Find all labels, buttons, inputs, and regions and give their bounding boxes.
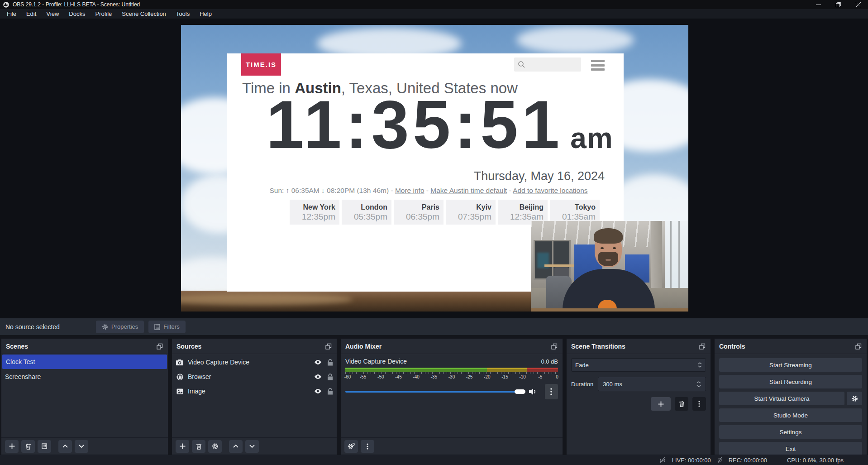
program-canvas[interactable]: TIME.IS Time in Austin, Texas, United St… — [181, 25, 688, 312]
duration-input[interactable]: 300 ms — [598, 377, 706, 391]
meter-tick-label: -55 — [360, 374, 366, 379]
unlock-icon[interactable] — [327, 359, 333, 366]
menu-item-profile[interactable]: Profile — [90, 9, 117, 19]
move-source-up-button[interactable] — [229, 440, 243, 453]
unlock-icon[interactable] — [327, 388, 333, 395]
remove-scene-button[interactable] — [21, 440, 35, 453]
popout-icon[interactable] — [699, 343, 706, 350]
webcam-video — [531, 221, 688, 312]
add-transition-button[interactable] — [651, 397, 671, 411]
eye-icon[interactable] — [314, 374, 322, 379]
spinner-arrows-icon[interactable] — [696, 381, 701, 387]
scenes-toolbar — [1, 437, 168, 455]
scenes-dock-header[interactable]: Scenes — [1, 339, 168, 354]
source-item-video-capture[interactable]: Video Capture Device — [172, 355, 337, 369]
scene-transitions-dock: Scene Transitions Fade Duration 300 ms — [566, 338, 711, 455]
move-source-down-button[interactable] — [245, 440, 259, 453]
popout-icon[interactable] — [325, 343, 332, 350]
add-scene-button[interactable] — [5, 440, 19, 453]
settings-button[interactable]: Settings — [719, 425, 862, 439]
volume-meter — [345, 368, 558, 372]
menu-item-edit[interactable]: Edit — [21, 9, 41, 19]
volume-slider-handle[interactable] — [515, 389, 525, 394]
source-properties-button[interactable] — [208, 440, 222, 453]
meter-tick-label: -30 — [448, 374, 455, 379]
move-scene-down-button[interactable] — [75, 440, 88, 453]
audio-mixer-dock-header[interactable]: Audio Mixer — [341, 339, 563, 354]
duration-label: Duration — [571, 381, 593, 388]
camera-icon — [176, 360, 184, 365]
properties-button[interactable]: Properties — [96, 321, 144, 333]
scene-item-clock-test[interactable]: Clock Test — [2, 355, 167, 369]
transition-select[interactable]: Fade — [571, 358, 706, 372]
sources-dock: Sources Video Capture Device Browser — [172, 338, 337, 455]
move-scene-up-button[interactable] — [58, 440, 72, 453]
mixer-menu-button[interactable] — [361, 440, 374, 453]
meter-tick-label: 0 — [556, 374, 558, 379]
transition-menu-button[interactable] — [692, 397, 706, 411]
start-recording-button[interactable]: Start Recording — [719, 375, 862, 388]
preview-area: TIME.IS Time in Austin, Texas, United St… — [0, 19, 868, 318]
popout-icon[interactable] — [156, 343, 163, 350]
remove-transition-button[interactable] — [675, 397, 688, 411]
source-item-image[interactable]: Image — [172, 384, 337, 398]
search-icon — [518, 61, 525, 68]
sources-dock-header[interactable]: Sources — [172, 339, 337, 354]
eye-icon[interactable] — [314, 388, 322, 394]
close-button[interactable] — [848, 0, 868, 9]
restore-button[interactable] — [828, 0, 848, 9]
exit-button[interactable]: Exit — [719, 442, 862, 455]
source-item-browser[interactable]: Browser — [172, 369, 337, 384]
mixer-channel-name: Video Capture Device — [345, 358, 407, 365]
selection-status: No source selected — [5, 323, 96, 331]
rec-time: REC: 00:00:00 — [729, 457, 767, 464]
start-streaming-button[interactable]: Start Streaming — [719, 358, 862, 372]
clock-ampm: am — [570, 121, 613, 155]
virtual-camera-config-button[interactable] — [847, 392, 862, 405]
live-time: LIVE: 00:00:00 — [672, 457, 711, 464]
advanced-audio-button[interactable] — [344, 440, 358, 453]
menu-item-tools[interactable]: Tools — [171, 9, 195, 19]
transitions-dock-header[interactable]: Scene Transitions — [567, 339, 711, 354]
scene-filters-button[interactable] — [38, 440, 51, 453]
menu-item-help[interactable]: Help — [195, 9, 217, 19]
studio-mode-button[interactable]: Studio Mode — [719, 408, 862, 422]
scene-item-screenshare[interactable]: Screenshare — [1, 369, 168, 384]
remove-source-button[interactable] — [192, 440, 205, 453]
menu-bar: FileEditViewDocksProfileScene Collection… — [0, 9, 868, 19]
meter-tick-label: -40 — [413, 374, 419, 379]
timeis-clock: 11:35:51 am — [266, 98, 613, 155]
start-virtual-camera-button[interactable]: Start Virtual Camera — [719, 392, 844, 405]
make-default-link: Make Austin time default — [430, 187, 507, 194]
controls-dock-header[interactable]: Controls — [715, 339, 867, 354]
city-clock-london: London05:35pm — [342, 200, 391, 225]
volume-slider[interactable] — [345, 391, 525, 393]
eye-icon[interactable] — [314, 360, 322, 365]
meter-tick-label: -15 — [501, 374, 508, 379]
timeis-date: Thursday, May 16, 2024 — [474, 169, 605, 183]
menu-item-file[interactable]: File — [2, 9, 21, 19]
stream-inactive-icon — [659, 457, 666, 463]
meter-tick-label: -10 — [519, 374, 525, 379]
meter-tick-label: -35 — [431, 374, 437, 379]
hamburger-menu-icon — [591, 60, 605, 71]
mixer-toolbar — [341, 437, 563, 455]
menu-item-scene-collection[interactable]: Scene Collection — [117, 9, 171, 19]
speaker-icon[interactable] — [529, 388, 538, 395]
title-bar[interactable]: OBS 29.1.2 - Profile: LLHLS BETA - Scene… — [0, 0, 868, 9]
timeis-search-box — [514, 58, 581, 72]
gear-icon — [851, 395, 858, 402]
mixer-options-button[interactable] — [545, 384, 558, 399]
add-source-button[interactable] — [176, 440, 189, 453]
timeis-sun-info: Sun: ↑ 06:35AM ↓ 08:20PM (13h 46m) - Mor… — [227, 187, 624, 195]
menu-item-docks[interactable]: Docks — [64, 9, 90, 19]
chevron-updown-icon — [698, 362, 702, 368]
image-icon — [176, 388, 184, 394]
filters-button[interactable]: Filters — [148, 321, 185, 333]
popout-icon[interactable] — [551, 343, 558, 350]
minimize-button[interactable] — [808, 0, 828, 9]
unlock-icon[interactable] — [327, 374, 333, 380]
popout-icon[interactable] — [855, 343, 862, 350]
menu-item-view[interactable]: View — [41, 9, 64, 19]
source-toolbar: No source selected Properties Filters — [0, 318, 868, 335]
